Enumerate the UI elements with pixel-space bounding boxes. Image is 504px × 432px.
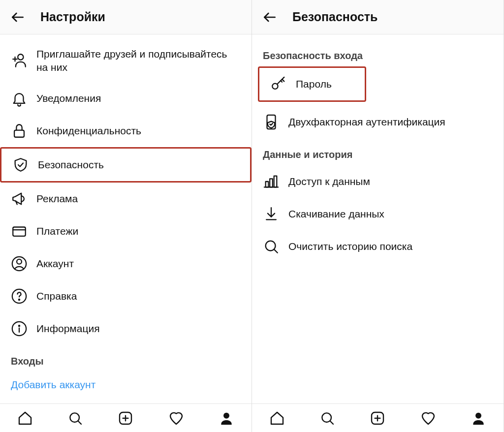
svg-line-36 bbox=[330, 421, 333, 424]
back-icon[interactable] bbox=[10, 9, 26, 25]
card-icon bbox=[11, 223, 28, 240]
security-item-download[interactable]: Скачивание данных bbox=[252, 198, 504, 230]
security-item-data-access[interactable]: Доступ к данным bbox=[252, 165, 504, 198]
shield-icon bbox=[12, 156, 29, 173]
svg-line-25 bbox=[281, 81, 282, 82]
add-post-icon[interactable] bbox=[370, 410, 385, 426]
svg-rect-6 bbox=[13, 227, 26, 236]
item-label: Конфиденциальность bbox=[36, 124, 141, 137]
download-icon bbox=[263, 206, 280, 222]
item-label: Платежи bbox=[36, 224, 78, 238]
svg-rect-27 bbox=[266, 182, 269, 187]
profile-icon[interactable] bbox=[219, 410, 234, 426]
help-icon bbox=[11, 288, 28, 305]
item-label: Аккаунт bbox=[36, 257, 74, 270]
add-user-icon bbox=[11, 52, 28, 69]
lock-icon bbox=[11, 123, 28, 139]
svg-point-11 bbox=[19, 299, 20, 300]
item-label: Информация bbox=[36, 322, 100, 335]
page-title: Безопасность bbox=[292, 10, 378, 24]
settings-item-help[interactable]: Справка bbox=[0, 280, 252, 312]
svg-point-9 bbox=[17, 259, 22, 264]
svg-line-34 bbox=[274, 249, 277, 252]
section-login-security: Безопасность входа bbox=[252, 39, 504, 66]
security-pane: Безопасность Безопасность входа Пароль Д… bbox=[252, 0, 504, 432]
item-label: Очистить историю поиска bbox=[288, 240, 412, 253]
item-label: Скачивание данных bbox=[288, 207, 384, 220]
heart-icon[interactable] bbox=[168, 410, 184, 426]
home-icon[interactable] bbox=[269, 410, 285, 426]
settings-item-security[interactable]: Безопасность bbox=[0, 147, 252, 183]
security-item-password[interactable]: Пароль bbox=[258, 66, 366, 102]
item-label: Уведомления bbox=[36, 92, 101, 105]
heart-icon[interactable] bbox=[420, 410, 436, 426]
search-icon[interactable] bbox=[319, 410, 335, 426]
svg-point-1 bbox=[18, 55, 23, 60]
tab-bar bbox=[0, 403, 252, 432]
svg-point-13 bbox=[19, 325, 20, 326]
back-icon[interactable] bbox=[262, 9, 278, 25]
tab-bar bbox=[252, 403, 504, 432]
header: Безопасность bbox=[252, 0, 504, 34]
settings-item-ads[interactable]: Реклама bbox=[0, 183, 252, 215]
item-label: Двухфакторная аутентификация bbox=[288, 115, 445, 128]
home-icon[interactable] bbox=[17, 410, 33, 426]
svg-line-16 bbox=[78, 421, 81, 424]
security-item-clear-search[interactable]: Очистить историю поиска bbox=[252, 230, 504, 263]
svg-rect-29 bbox=[274, 176, 277, 187]
settings-item-account[interactable]: Аккаунт bbox=[0, 247, 252, 280]
profile-icon[interactable] bbox=[471, 410, 486, 426]
search-icon bbox=[263, 238, 280, 255]
svg-point-33 bbox=[266, 241, 276, 251]
two-factor-icon bbox=[263, 114, 280, 130]
security-list: Безопасность входа Пароль Двухфакторная … bbox=[252, 34, 504, 403]
chart-icon bbox=[263, 173, 280, 190]
security-item-two-factor[interactable]: Двухфакторная аутентификация bbox=[252, 106, 504, 138]
megaphone-icon bbox=[11, 190, 28, 207]
logins-heading: Входы bbox=[0, 345, 252, 372]
add-account-link[interactable]: Добавить аккаунт bbox=[0, 372, 252, 398]
bell-icon bbox=[11, 90, 28, 107]
info-icon bbox=[11, 320, 28, 337]
settings-item-payments[interactable]: Платежи bbox=[0, 215, 252, 247]
item-label: Справка bbox=[36, 289, 77, 303]
settings-item-invite[interactable]: Приглашайте друзей и подписывайтесь на н… bbox=[0, 39, 252, 82]
account-icon bbox=[11, 255, 28, 272]
svg-point-20 bbox=[223, 412, 229, 418]
search-icon[interactable] bbox=[67, 410, 83, 426]
item-label: Реклама bbox=[36, 192, 78, 205]
svg-rect-28 bbox=[270, 179, 273, 187]
item-label: Пароль bbox=[296, 77, 332, 91]
svg-line-24 bbox=[282, 79, 284, 81]
settings-item-privacy[interactable]: Конфиденциальность bbox=[0, 115, 252, 147]
add-post-icon[interactable] bbox=[118, 410, 133, 426]
item-label: Приглашайте друзей и подписывайтесь на н… bbox=[36, 47, 241, 74]
item-label: Безопасность bbox=[38, 158, 104, 171]
settings-list: Приглашайте друзей и подписывайтесь на н… bbox=[0, 34, 252, 403]
section-data-history: Данные и история bbox=[252, 138, 504, 165]
settings-item-notifications[interactable]: Уведомления bbox=[0, 82, 252, 115]
header: Настройки bbox=[0, 0, 252, 34]
svg-rect-4 bbox=[14, 130, 24, 137]
settings-pane: Настройки Приглашайте друзей и подписыва… bbox=[0, 0, 252, 432]
settings-item-info[interactable]: Информация bbox=[0, 312, 252, 345]
svg-point-40 bbox=[475, 412, 481, 418]
page-title: Настройки bbox=[40, 10, 105, 24]
item-label: Доступ к данным bbox=[288, 175, 370, 188]
key-icon bbox=[270, 76, 287, 93]
